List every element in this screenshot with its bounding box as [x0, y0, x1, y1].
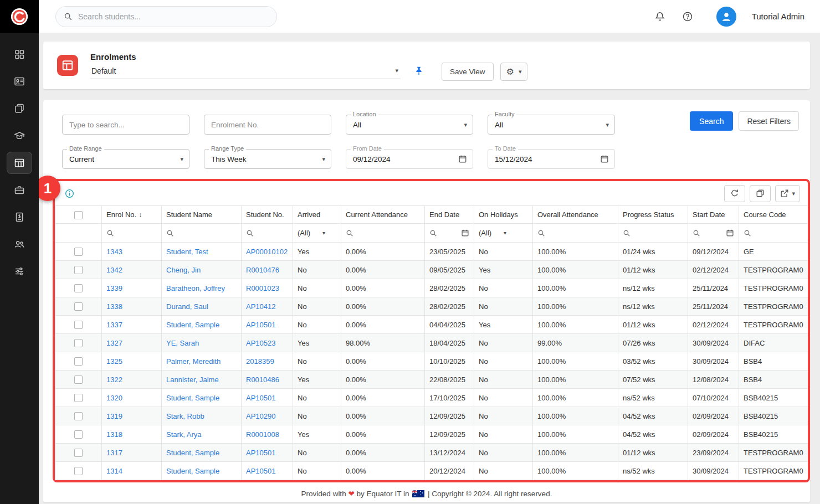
student-no-link[interactable]: AP00010102	[246, 248, 288, 256]
col-start-date[interactable]: Start Date	[688, 206, 739, 224]
location-select[interactable]: Location All ▾	[346, 115, 473, 135]
student-no-link[interactable]: AP10290	[246, 412, 276, 420]
student-search[interactable]	[55, 6, 277, 27]
enrol-no-link[interactable]: 1342	[106, 266, 122, 274]
column-search-icon[interactable]	[166, 229, 174, 237]
info-icon[interactable]	[65, 189, 74, 198]
student-name-link[interactable]: Lannister, Jaime	[166, 376, 219, 384]
student-no-link[interactable]: AP10412	[246, 302, 276, 311]
enrol-no-link[interactable]: 1320	[106, 394, 122, 402]
col-progress-status[interactable]: Progress Status	[618, 206, 688, 224]
enrol-no-link[interactable]: 1319	[106, 412, 122, 420]
holidays-filter-select[interactable]: (All)▾	[479, 229, 528, 237]
type-to-search-input[interactable]	[62, 115, 189, 135]
date-range-select[interactable]: Date Range Current ▾	[62, 149, 189, 169]
enrol-no-link[interactable]: 1318	[106, 430, 122, 439]
col-student-no[interactable]: Student No.	[242, 206, 293, 224]
row-checkbox[interactable]	[74, 284, 83, 292]
col-course-code[interactable]: Course Code	[739, 206, 808, 224]
row-checkbox[interactable]	[74, 266, 83, 274]
student-no-link[interactable]: AP10501	[246, 449, 276, 457]
sidebar-item-contacts[interactable]	[7, 70, 32, 92]
table-row[interactable]: 1339 Baratheon, Joffrey R0001023 No 0.00…	[55, 279, 808, 297]
sidebar-item-users[interactable]	[7, 233, 32, 255]
student-name-link[interactable]: Stark, Robb	[166, 412, 204, 420]
notifications-bell-icon[interactable]	[653, 10, 667, 23]
reset-filters-button[interactable]: Reset Filters	[739, 111, 799, 131]
range-type-select[interactable]: Range Type This Week ▾	[204, 149, 331, 169]
calendar-icon[interactable]	[726, 229, 734, 237]
enrol-no-link[interactable]: 1327	[106, 339, 122, 347]
col-overall-attendance[interactable]: Overall Attendance	[533, 206, 618, 224]
faculty-select[interactable]: Faculty All ▾	[488, 115, 615, 135]
enrol-no-link[interactable]: 1317	[106, 449, 122, 457]
column-search-icon[interactable]	[537, 229, 545, 237]
row-checkbox[interactable]	[74, 248, 83, 256]
col-end-date[interactable]: End Date	[425, 206, 474, 224]
sidebar-item-invoices[interactable]	[7, 206, 32, 228]
enrol-no-link[interactable]: 1339	[106, 284, 122, 292]
export-button[interactable]: ▾	[775, 185, 800, 202]
student-name-link[interactable]: Cheng, Jin	[166, 266, 201, 274]
help-icon[interactable]	[681, 10, 694, 23]
student-name-link[interactable]: Student, Sample	[166, 394, 219, 402]
col-current-attendance[interactable]: Current Attendance	[341, 206, 425, 224]
col-arrived[interactable]: Arrived	[293, 206, 341, 224]
student-name-link[interactable]: Stark, Arya	[166, 430, 202, 439]
table-row[interactable]: 1338 Durand, Saul AP10412 No 0.00% 28/02…	[55, 297, 808, 316]
column-search-icon[interactable]	[106, 229, 114, 237]
row-checkbox[interactable]	[74, 339, 83, 347]
copy-button[interactable]	[750, 185, 771, 202]
row-checkbox[interactable]	[74, 412, 83, 420]
student-name-link[interactable]: Baratheon, Joffrey	[166, 284, 225, 292]
student-no-link[interactable]: AP10501	[246, 394, 276, 402]
student-no-link[interactable]: R0001008	[246, 430, 279, 439]
student-no-link[interactable]: 2018359	[246, 357, 274, 366]
student-name-link[interactable]: Palmer, Meredith	[166, 357, 221, 366]
table-row[interactable]: 1325 Palmer, Meredith 2018359 No 0.00% 1…	[55, 352, 808, 371]
enrol-no-link[interactable]: 1338	[106, 302, 122, 311]
student-no-link[interactable]: R0010486	[246, 376, 279, 384]
row-checkbox[interactable]	[74, 321, 83, 329]
table-row[interactable]: 1318 Stark, Arya R0001008 Yes 0.00% 12/0…	[55, 425, 808, 444]
sidebar-item-reports[interactable]	[7, 97, 32, 120]
student-no-link[interactable]: R0001023	[246, 284, 279, 292]
student-no-link[interactable]: AP10501	[246, 321, 276, 329]
row-checkbox[interactable]	[74, 449, 83, 457]
table-row[interactable]: 1342 Cheng, Jin R0010476 No 0.00% 09/05/…	[55, 261, 808, 279]
student-no-link[interactable]: AP10501	[246, 467, 276, 475]
calendar-icon[interactable]	[461, 229, 469, 237]
student-no-link[interactable]: R0010476	[246, 266, 279, 274]
student-name-link[interactable]: YE, Sarah	[166, 339, 199, 347]
enrolment-no-input[interactable]	[204, 115, 331, 135]
sidebar-item-dashboard[interactable]	[7, 43, 32, 65]
app-logo[interactable]	[0, 0, 39, 33]
table-row[interactable]: 1320 Student, Sample AP10501 No 0.00% 17…	[55, 389, 808, 407]
student-name-link[interactable]: Student, Sample	[166, 467, 219, 475]
from-date-field[interactable]: From Date 09/12/2024	[346, 149, 473, 169]
col-enrol-no[interactable]: Enrol No.↓	[102, 206, 162, 224]
enrol-no-link[interactable]: 1337	[106, 321, 122, 329]
table-row[interactable]: 1327 YE, Sarah AP10523 Yes 98.00% 18/04/…	[55, 334, 808, 352]
student-name-link[interactable]: Student, Sample	[166, 449, 219, 457]
column-search-icon[interactable]	[346, 229, 353, 237]
student-name-link[interactable]: Durand, Saul	[166, 302, 208, 311]
row-checkbox[interactable]	[74, 394, 83, 402]
sidebar-item-services[interactable]	[7, 179, 32, 201]
column-search-icon[interactable]	[623, 229, 631, 237]
pin-view-icon[interactable]	[414, 66, 425, 77]
sidebar-item-enrolments[interactable]	[7, 152, 32, 174]
student-name-link[interactable]: Student, Test	[166, 248, 208, 256]
view-select[interactable]: Default ▾	[90, 65, 401, 79]
column-search-icon[interactable]	[693, 229, 700, 237]
search-input[interactable]	[78, 12, 269, 21]
table-row[interactable]: 1317 Student, Sample AP10501 No 0.00% 13…	[55, 444, 808, 462]
col-student-name[interactable]: Student Name	[162, 206, 242, 224]
column-search-icon[interactable]	[744, 229, 751, 237]
table-row[interactable]: 1319 Stark, Robb AP10290 No 0.00% 12/09/…	[55, 407, 808, 425]
enrol-no-link[interactable]: 1325	[106, 357, 122, 366]
table-row[interactable]: 1343 Student, Test AP00010102 Yes 0.00% …	[55, 243, 808, 261]
refresh-button[interactable]	[724, 185, 745, 202]
calendar-icon[interactable]	[458, 155, 467, 163]
col-on-holidays[interactable]: On Holidays	[474, 206, 533, 224]
